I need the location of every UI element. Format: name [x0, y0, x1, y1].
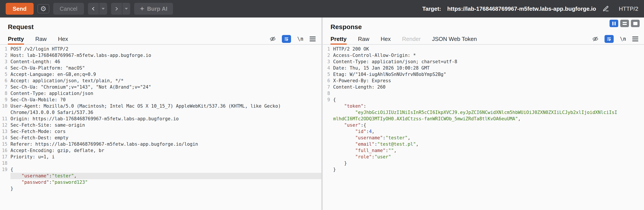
code-line[interactable]: } — [0, 185, 321, 192]
newline-toggle-icon[interactable]: \n — [297, 36, 304, 42]
code-line: 4Date: Thu, 15 Jan 2026 10:00:28 GMT — [323, 65, 644, 71]
request-tab-icons: \n — [270, 35, 316, 43]
code-line[interactable]: 14Sec-Fetch-Dest: empty — [0, 135, 321, 141]
newline-toggle-icon[interactable]: \n — [620, 36, 626, 42]
code-line: "full_name":"", — [323, 147, 644, 154]
code-line: "role":"user" — [323, 154, 644, 160]
code-line[interactable]: 19{ — [0, 166, 321, 173]
response-editor: 1HTTP/2 200 OK2Access-Control-Allow-Orig… — [323, 46, 644, 173]
chevron-left-icon — [91, 6, 96, 11]
code-line[interactable]: 1POST /v2/login HTTP/2 — [0, 46, 321, 52]
code-line[interactable]: Chrome/143.0.0.0 Safari/537.36 — [0, 109, 321, 116]
line-number — [323, 147, 333, 154]
tab-json-web-token[interactable]: JSON Web Token — [432, 34, 477, 44]
editor-menu-icon[interactable] — [632, 37, 638, 41]
code-line: 3Content-Type: application/json; charset… — [323, 59, 644, 65]
line-number — [323, 103, 333, 109]
line-number — [323, 135, 333, 141]
code-line[interactable]: 4Sec-Ch-Ua-Platform: "macOS" — [0, 65, 321, 71]
line-number — [323, 116, 333, 122]
code-line: "email":"test@test.pl", — [323, 141, 644, 147]
line-number: 6 — [0, 78, 10, 84]
editor-panels: Request PrettyRawHex \n 1POST /v2/login … — [0, 18, 644, 210]
code-line: } — [323, 160, 644, 166]
single-layout-icon[interactable] — [631, 20, 640, 27]
burp-ai-button[interactable]: ✦ Burp AI — [134, 3, 173, 15]
chevron-down-icon — [102, 8, 105, 10]
hide-nonprintable-icon[interactable] — [270, 36, 276, 42]
protocol-label: HTTP/2 — [619, 6, 638, 12]
line-number — [0, 179, 10, 185]
tab-pretty[interactable]: Pretty — [8, 34, 24, 44]
tab-raw[interactable]: Raw — [35, 34, 47, 44]
cancel-button[interactable]: Cancel — [53, 3, 84, 15]
hide-nonprintable-icon[interactable] — [592, 36, 598, 42]
code-line[interactable]: 15Referer: https://lab-1768468769967-m5f… — [0, 141, 321, 147]
code-line: 8 — [323, 90, 644, 97]
code-line[interactable]: "username":"tester", — [0, 173, 321, 179]
send-button[interactable]: Send — [6, 3, 34, 15]
code-line: "eyJhbGciOiJIUzI1NiIsInR5cCI6IkpXVCJ9.ey… — [323, 109, 644, 116]
code-line[interactable]: 3Content-Length: 46 — [0, 59, 321, 65]
line-number — [323, 160, 333, 166]
request-tabs: PrettyRawHex — [8, 34, 80, 44]
code-line[interactable]: 18 — [0, 160, 321, 166]
line-number: 19 — [0, 166, 10, 173]
word-wrap-icon[interactable] — [604, 35, 614, 43]
line-number: 9 — [323, 97, 333, 103]
line-number — [323, 166, 333, 173]
gear-icon[interactable]: ⚙ — [38, 4, 49, 13]
burp-ai-label: Burp AI — [147, 6, 167, 12]
tab-raw[interactable]: Raw — [358, 34, 369, 44]
back-button[interactable] — [88, 3, 99, 15]
code-line: mlhdCI6MTc2ODQ3MTIyOH0.AX1dCtzss-fanWRIC… — [323, 116, 644, 122]
code-line[interactable]: 5Accept-Language: en-GB,en;q=0.9 — [0, 71, 321, 78]
code-line: "username":"tester", — [323, 135, 644, 141]
request-panel: Request PrettyRawHex \n 1POST /v2/login … — [0, 18, 321, 210]
code-line[interactable]: "password":"password123" — [0, 179, 321, 185]
forward-dropdown-button[interactable] — [122, 3, 130, 15]
code-line[interactable]: 6Accept: application/json, text/plain, *… — [0, 78, 321, 84]
line-number: 5 — [323, 71, 333, 78]
code-line[interactable]: 7Sec-Ch-Ua: "Chromium";v="143", "Not A(B… — [0, 84, 321, 90]
line-number: 8 — [323, 90, 333, 97]
tab-hex[interactable]: Hex — [58, 34, 68, 44]
response-tab-icons: \n — [592, 35, 638, 43]
toolbar: Send ⚙ Cancel ✦ Burp AI Target: https://… — [0, 0, 644, 18]
code-line: 7Content-Length: 260 — [323, 84, 644, 90]
line-number: 14 — [0, 135, 10, 141]
target-url: https://lab-1768468769967-m5fetw.labs-ap… — [447, 6, 596, 12]
code-line[interactable]: 17Priority: u=1, i — [0, 154, 321, 160]
request-editor: 1POST /v2/login HTTP/22Host: lab-1768468… — [0, 46, 321, 192]
code-line: "token": — [323, 103, 644, 109]
code-line[interactable]: 12Sec-Fetch-Site: same-origin — [0, 122, 321, 128]
forward-button[interactable] — [111, 3, 122, 15]
edit-target-button[interactable] — [600, 3, 612, 15]
line-number: 6 — [323, 78, 333, 84]
editor-menu-icon[interactable] — [310, 37, 316, 41]
tab-pretty[interactable]: Pretty — [330, 34, 347, 44]
code-line[interactable]: 10User-Agent: Mozilla/5.0 (Macintosh; In… — [0, 103, 321, 109]
word-wrap-icon[interactable] — [282, 35, 291, 43]
tab-hex[interactable]: Hex — [381, 34, 391, 44]
line-number: 8 — [0, 90, 10, 97]
history-forward-group — [111, 3, 130, 15]
line-number — [323, 128, 333, 135]
code-line[interactable]: 9Sec-Ch-Ua-Mobile: ?0 — [0, 97, 321, 103]
code-line[interactable]: 2Host: lab-1768468769967-m5fetw.labs-app… — [0, 52, 321, 59]
line-number: 1 — [0, 46, 10, 52]
code-line[interactable]: 16Accept-Encoding: gzip, deflate, br — [0, 147, 321, 154]
code-line[interactable]: 11Origin: https://lab-1768468769967-m5fe… — [0, 116, 321, 122]
code-line: 9{ — [323, 97, 644, 103]
line-number — [323, 141, 333, 147]
code-line[interactable]: 13Sec-Fetch-Mode: cors — [0, 128, 321, 135]
back-dropdown-button[interactable] — [99, 3, 107, 15]
request-panel-title: Request — [0, 23, 321, 31]
rows-layout-icon[interactable] — [620, 20, 629, 27]
columns-layout-icon[interactable] — [610, 20, 618, 27]
code-line[interactable]: 8Content-Type: application/json — [0, 90, 321, 97]
line-number — [323, 109, 333, 116]
line-number: 7 — [323, 84, 333, 90]
line-number — [323, 122, 333, 128]
response-panel: Response PrettyRawHexRenderJSON Web Toke… — [323, 18, 644, 210]
